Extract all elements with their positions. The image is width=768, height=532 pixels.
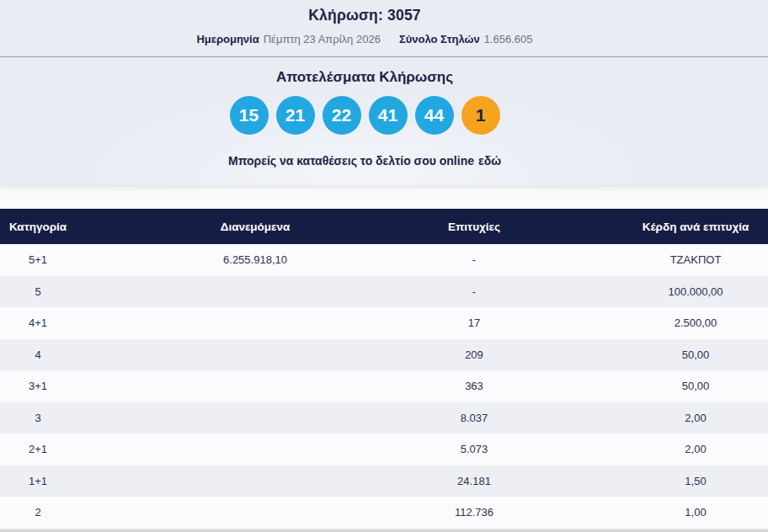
draw-title: Κλήρωση: 3057 [0,0,729,24]
bonus-number-ball: 1 [461,96,500,135]
table-row: 4+1172.500,00 [0,307,768,339]
online-submit-link[interactable]: εδώ [478,154,501,168]
cell-distributed: 6.255.918,10 [76,253,435,266]
draw-results-section: Αποτελέσματα Κλήρωσης 15212241441 Μπορεί… [0,57,768,185]
cell-prize-per-win: 2,00 [514,443,768,455]
results-note-text: Μπορείς να καταθέσεις το δελτίο σου onli… [228,154,474,168]
draw-header: Κλήρωση: 3057 Ημερομηνία Πέμπτη 23 Απρίλ… [0,0,768,57]
table-row: 38.0372,00 [0,402,768,434]
cell-prize-per-win: 50,00 [514,380,768,392]
section-gap [0,185,768,209]
cell-category: 5+1 [0,253,76,266]
results-heading: Αποτελέσματα Κλήρωσης [0,57,729,86]
winning-number-ball: 44 [415,96,454,135]
total-columns-label: Σύνολο Στηλών [399,33,480,45]
cell-winners: 8.037 [435,412,514,424]
column-header-prize-per-win: Κέρδη ανά επιτυχία [514,221,768,233]
cell-category: 2+1 [0,443,76,455]
cell-category: 3 [0,412,76,424]
winning-number-ball: 41 [369,96,408,135]
cell-prize-per-win: 100.000,00 [514,285,768,298]
cell-prize-per-win: 50,00 [514,348,768,361]
winning-number-ball: 15 [230,96,269,135]
draw-date: Ημερομηνία Πέμπτη 23 Απρίλη 2026 [196,33,380,45]
column-header-category: Κατηγορία [0,221,76,233]
table-row: 2112.7361,00 [0,497,768,529]
cell-prize-per-win: 2,00 [514,412,768,424]
total-columns: Σύνολο Στηλών 1.656.605 [399,33,533,45]
cell-category: 5 [0,285,76,298]
draw-meta: Ημερομηνία Πέμπτη 23 Απρίλη 2026 Σύνολο … [0,33,729,45]
cell-category: 2 [0,506,76,519]
footer-strip [0,529,768,532]
table-row: 5+16.255.918,10-ΤΖΑΚΠΟΤ [0,244,768,276]
winning-numbers: 15212241441 [0,96,729,135]
cell-winners: 17 [435,317,514,329]
cell-winners: 5.073 [435,443,514,455]
cell-winners: 112.736 [435,506,514,519]
prize-table-body: 5+16.255.918,10-ΤΖΑΚΠΟΤ5-100.000,004+117… [0,244,768,529]
cell-category: 4 [0,348,76,361]
cell-category: 4+1 [0,317,76,329]
cell-winners: - [435,285,514,298]
cell-category: 1+1 [0,475,76,487]
table-row: 420950,00 [0,339,768,371]
cell-winners: 209 [435,348,514,361]
cell-prize-per-win: 2.500,00 [514,317,768,329]
column-header-winners: Επιτυχίες [435,221,514,233]
cell-prize-per-win: 1,50 [514,475,768,487]
draw-date-value: Πέμπτη 23 Απρίλη 2026 [264,33,381,45]
table-row: 5-100.000,00 [0,276,768,308]
draw-date-label: Ημερομηνία [196,33,259,45]
winning-number-ball: 22 [323,96,361,135]
table-row: 3+136350,00 [0,370,768,402]
total-columns-value: 1.656.605 [484,33,533,45]
winning-number-ball: 21 [276,96,315,135]
prize-table-header: Κατηγορία Διανεμόμενα Επιτυχίες Κέρδη αν… [0,209,768,244]
results-note: Μπορείς να καταθέσεις το δελτίο σου onli… [0,154,729,168]
cell-prize-per-win: ΤΖΑΚΠΟΤ [514,253,768,266]
prize-table: Κατηγορία Διανεμόμενα Επιτυχίες Κέρδη αν… [0,209,768,529]
cell-category: 3+1 [0,380,76,392]
table-row: 1+124.1811,50 [0,466,768,497]
cell-winners: - [435,253,514,266]
cell-winners: 24.181 [435,475,514,487]
cell-winners: 363 [435,380,514,392]
cell-prize-per-win: 1,00 [514,506,768,519]
column-header-distributed: Διανεμόμενα [76,221,435,233]
table-row: 2+15.0732,00 [0,434,768,466]
